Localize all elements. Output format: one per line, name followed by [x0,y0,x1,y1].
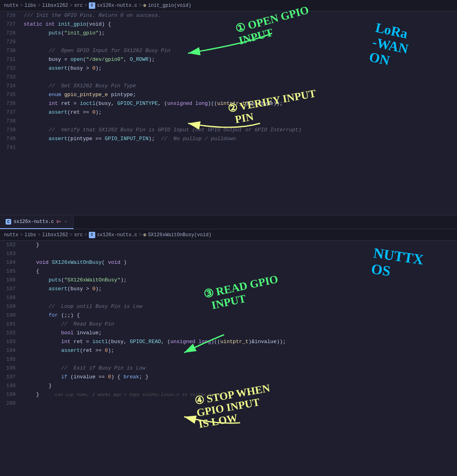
code-line: 189 // Loop until Busy Pin is Low [0,302,457,311]
code-line: 738 [0,117,457,126]
code-line: 196 // Exit if Busy Pin is Low [0,364,457,373]
code-line: 199 } Lee Lup Yuen, 2 weeks ago • Copy s… [0,390,457,399]
code-line: 729 [0,38,457,46]
top-code-panel: 726 /// Init the GPIO Pins. Return 0 on … [0,11,457,215]
breadcrumb-func-name: init_gpio(void) [148,3,191,8]
breadcrumb-sep: > [70,232,72,238]
bottom-code-panel: 182 } 183 184 void SX126xWaitOnBusy( voi… [0,241,457,476]
breadcrumb-sep: > [84,232,87,238]
bottom-breadcrumb: nuttx > libs > libsx1262 > src > C sx126… [0,229,457,241]
code-line: 736 int ret = ioctl(busy, GPIOC_PINTYPE,… [0,99,457,108]
code-line: 192 bool invalue; [0,329,457,337]
breadcrumb-part: libsx1262 [42,232,68,238]
code-line: 186 puts("SX126xWaitOnBusy"); [0,276,457,285]
code-line: 191 // Read Busy Pin [0,320,457,329]
code-line: 200 [0,399,457,408]
c-language-icon-2: C [89,232,95,238]
code-line: 733 [0,73,457,82]
code-line: 735 enum gpio_pintype_e pintype; [0,90,457,99]
code-line: 183 [0,249,457,258]
code-line: 182 } [0,241,457,249]
breadcrumb-part: src [74,3,83,8]
code-line: 198 } [0,382,457,390]
breadcrumb-part: src [74,232,83,238]
tab-sx126x-nuttx[interactable]: C sx126x-nuttx.c 9+ × [0,215,74,229]
code-line: 197 if (invalue == 0) { break; } [0,373,457,382]
tab-label: sx126x-nuttx.c [14,219,54,225]
code-lines-top: 726 /// Init the GPIO Pins. Return 0 on … [0,11,457,152]
code-line: 739 // Verify that SX1262 Busy Pin is GP… [0,126,457,135]
c-language-icon: C [89,2,95,9]
breadcrumb-func-icon: ⊕ [143,2,146,9]
breadcrumb-sep: > [20,232,23,238]
code-line: 184 void SX126xWaitOnBusy( void ) [0,258,457,267]
breadcrumb-part: nuttx [4,232,18,238]
bottom-tab-bar: C sx126x-nuttx.c 9+ × [0,215,457,229]
code-line: 190 for (;;) { [0,311,457,320]
tab-close-button[interactable]: × [64,219,68,224]
top-breadcrumb: nuttx > libs > libsx1262 > src > C sx126… [0,0,457,11]
breadcrumb-part: libs [24,3,36,8]
code-line: 740 assert(pintype == GPIO_INPUT_PIN); /… [0,135,457,143]
code-line: 741 [0,143,457,152]
tab-c-icon: C [6,219,11,225]
breadcrumb-func-name-2: SX126xWaitOnBusy(void) [148,232,211,238]
code-line: 185 { [0,267,457,276]
code-line: 193 int ret = ioctl(busy, GPIOC_READ, (u… [0,337,457,346]
code-line: 730 // Open GPIO Input for SX1262 Busy P… [0,46,457,55]
breadcrumb-sep: > [139,3,142,8]
breadcrumb-part: libs [24,232,36,238]
breadcrumb-part: sx126x-nuttx.c [97,232,137,238]
code-line: 187 assert(busy > 0); [0,285,457,293]
breadcrumb-part: nuttx [4,3,18,8]
code-line: 732 assert(busy > 0); [0,64,457,73]
code-line: 726 /// Init the GPIO Pins. Return 0 on … [0,11,457,20]
code-line: 728 puts("init_gpio"); [0,29,457,38]
breadcrumb-sep: > [139,232,142,238]
code-line: 727 static int init_gpio(void) { [0,20,457,29]
code-line: 194 assert(ret >= 0); [0,346,457,355]
breadcrumb-func-icon-2: ⊕ [143,232,146,238]
code-line: 195 [0,355,457,364]
tab-badge: 9+ [56,220,61,224]
code-line: 737 assert(ret >= 0); [0,108,457,117]
breadcrumb-part: sx126x-nuttx.c [97,3,137,8]
breadcrumb-sep: > [70,3,72,8]
code-line: 731 busy = open("/dev/gpio0", O_RDWR); [0,55,457,64]
breadcrumb-sep: > [38,3,40,8]
breadcrumb-sep: > [84,3,87,8]
code-line: 188 [0,293,457,302]
breadcrumb-sep: > [20,3,23,8]
code-line: 734 // Get SX1262 Busy Pin Type [0,82,457,90]
breadcrumb-sep: > [38,232,40,238]
breadcrumb-part: libsx1262 [42,3,68,8]
code-lines-bottom: 182 } 183 184 void SX126xWaitOnBusy( voi… [0,241,457,408]
